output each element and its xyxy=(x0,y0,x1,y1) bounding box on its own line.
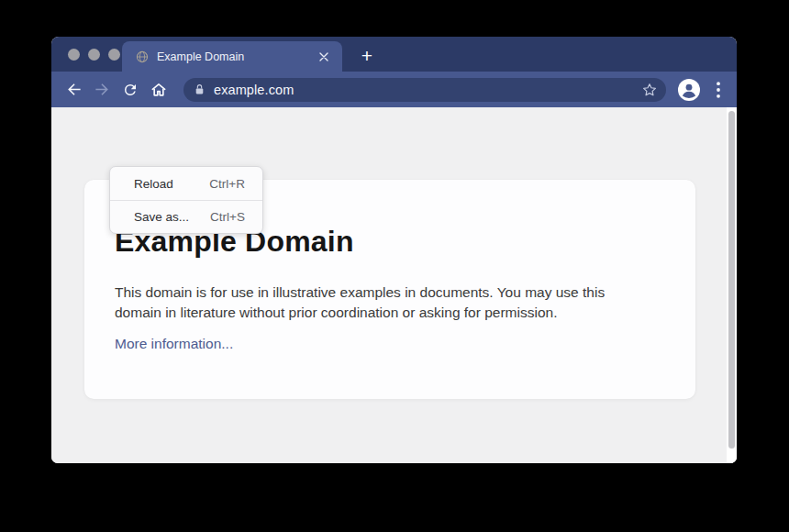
more-information-link[interactable]: More information... xyxy=(115,336,233,352)
reload-icon[interactable] xyxy=(119,79,141,101)
url-text: example.com xyxy=(214,83,294,97)
tab-title: Example Domain xyxy=(157,50,317,63)
star-icon[interactable] xyxy=(641,82,658,98)
context-menu-item-save-as[interactable]: Save as... Ctrl+S xyxy=(110,200,262,233)
minimize-window-button[interactable] xyxy=(88,49,100,61)
tab-close-icon[interactable] xyxy=(317,50,331,64)
maximize-window-button[interactable] xyxy=(108,49,120,61)
kebab-menu-icon[interactable] xyxy=(709,80,728,100)
close-window-button[interactable] xyxy=(68,49,80,61)
page-paragraph: This domain is for use in illustrative e… xyxy=(115,283,665,322)
lock-icon[interactable] xyxy=(194,83,206,95)
back-arrow-icon[interactable] xyxy=(62,79,84,101)
menu-item-label: Reload xyxy=(134,177,173,191)
menu-item-label: Save as... xyxy=(134,210,189,224)
avatar-icon[interactable] xyxy=(677,78,701,102)
page-content: Example Domain This domain is for use in… xyxy=(51,107,737,463)
titlebar: Example Domain + xyxy=(51,37,737,72)
traffic-lights xyxy=(68,49,120,61)
navigation-toolbar: example.com xyxy=(51,72,737,107)
new-tab-button[interactable]: + xyxy=(354,43,380,69)
context-menu: Reload Ctrl+R Save as... Ctrl+S xyxy=(109,166,263,234)
home-icon[interactable] xyxy=(148,79,170,101)
scrollbar-track[interactable] xyxy=(727,107,737,463)
context-menu-item-reload[interactable]: Reload Ctrl+R xyxy=(110,167,262,200)
menu-item-shortcut: Ctrl+R xyxy=(209,177,245,191)
globe-favicon-icon xyxy=(136,50,149,63)
menu-item-shortcut: Ctrl+S xyxy=(210,210,245,224)
browser-tab[interactable]: Example Domain xyxy=(122,41,342,72)
address-bar[interactable]: example.com xyxy=(183,78,666,102)
forward-arrow-icon[interactable] xyxy=(91,79,113,101)
scrollbar-thumb[interactable] xyxy=(728,111,735,449)
browser-window: Example Domain + xyxy=(51,37,737,463)
